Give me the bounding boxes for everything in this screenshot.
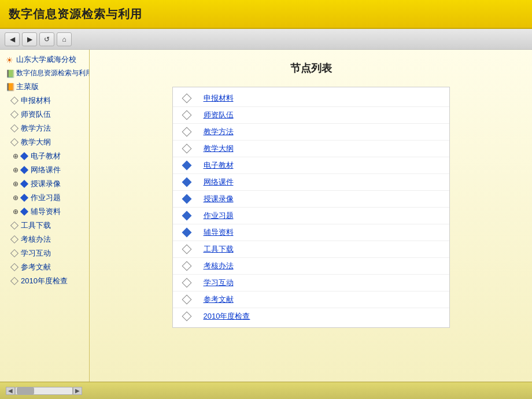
node-row-netcourse[interactable]: 网络课件 — [173, 174, 449, 191]
videolec-expand-icon: ⊕ — [12, 180, 20, 188]
node-row-syllabus[interactable]: 教学大纲 — [173, 141, 449, 157]
sidebar-item-guidance[interactable]: ⊕ 辅导资料 — [0, 205, 89, 219]
teachers-icon — [10, 110, 19, 119]
node-link-check2010[interactable]: 2010年度检查 — [204, 311, 250, 322]
node-link-homework[interactable]: 作业习题 — [204, 210, 234, 221]
statusbar-scroll-left[interactable]: ◀ — [6, 387, 15, 395]
sidebar-label-method: 教学方法 — [21, 123, 51, 134]
node-row-check2010[interactable]: 2010年度检查 — [173, 308, 449, 324]
sidebar-item-main[interactable]: 📙 主菜版 — [0, 80, 89, 94]
node-link-teachers[interactable]: 师资队伍 — [204, 110, 234, 120]
node-icon-homework — [182, 210, 192, 221]
apply-icon — [10, 97, 19, 105]
sidebar-item-digital[interactable]: 📗 数字信息资源检索与利用 — [0, 66, 89, 80]
node-link-references[interactable]: 参考文献 — [204, 294, 234, 305]
node-link-syllabus[interactable]: 教学大纲 — [204, 143, 234, 154]
sidebar-item-syllabus[interactable]: 教学大纲 — [0, 135, 89, 149]
etextbook-icon — [20, 152, 28, 160]
sidebar-item-tools[interactable]: 工具下载 — [0, 219, 89, 232]
sidebar-label-digital: 数字信息资源检索与利用 — [16, 68, 90, 78]
back-button[interactable]: ◀ — [5, 32, 20, 46]
sidebar-item-interact[interactable]: 学习互动 — [0, 246, 89, 260]
main-layout: ☀ 山东大学威海分校 📗 数字信息资源检索与利用 📙 主菜版 申报材料 师资队伍… — [0, 50, 532, 382]
sidebar-item-teachers[interactable]: 师资队伍 — [0, 108, 89, 121]
node-link-tools[interactable]: 工具下载 — [204, 244, 234, 254]
sidebar-label-assess: 考核办法 — [21, 234, 51, 245]
sidebar-label-syllabus: 教学大纲 — [21, 137, 51, 147]
node-row-homework[interactable]: 作业习题 — [173, 208, 449, 224]
netcourse-icon — [20, 166, 28, 174]
node-link-method[interactable]: 教学方法 — [204, 127, 234, 137]
node-icon-references — [182, 294, 192, 305]
node-row-etextbook[interactable]: 电子教材 — [173, 157, 449, 174]
node-link-netcourse[interactable]: 网络课件 — [204, 177, 234, 187]
sidebar-label-videolec: 授课录像 — [31, 179, 61, 189]
node-link-apply[interactable]: 申报材料 — [204, 93, 234, 104]
method-icon — [10, 124, 19, 132]
header-title: 数字信息资源检索与利用 — [9, 6, 142, 22]
sidebar-label-interact: 学习互动 — [21, 248, 51, 258]
content-area: 节点列表 申报材料 师资队伍 教学方法 教学大纲 电子教材 — [90, 50, 532, 382]
node-icon-apply — [182, 93, 192, 104]
sidebar-label-tools: 工具下载 — [21, 220, 51, 231]
homework-icon — [20, 194, 28, 202]
refresh-button[interactable]: ↺ — [39, 32, 54, 46]
page-title: 节点列表 — [107, 61, 515, 75]
node-row-teachers[interactable]: 师资队伍 — [173, 107, 449, 124]
sidebar-label-guidance: 辅导资料 — [31, 206, 61, 217]
sidebar-item-homework[interactable]: ⊕ 作业习题 — [0, 191, 89, 205]
node-icon-guidance — [182, 227, 192, 238]
sidebar-label-check2010: 2010年度检查 — [21, 276, 68, 286]
node-icon-interact — [182, 278, 192, 288]
sidebar-item-videolec[interactable]: ⊕ 授课录像 — [0, 177, 89, 191]
sidebar-item-check2010[interactable]: 2010年度检查 — [0, 274, 89, 288]
node-row-videolec[interactable]: 授课录像 — [173, 191, 449, 208]
home-button[interactable]: ⌂ — [57, 32, 72, 46]
check2010-icon — [10, 277, 19, 285]
sidebar-label-references: 参考文献 — [21, 262, 51, 272]
node-row-assess[interactable]: 考核办法 — [173, 258, 449, 275]
sidebar-label-netcourse: 网络课件 — [31, 165, 61, 175]
header: 数字信息资源检索与利用 — [0, 0, 532, 29]
node-icon-tools — [182, 244, 192, 254]
node-icon-check2010 — [182, 311, 192, 322]
node-icon-videolec — [182, 194, 192, 204]
node-row-tools[interactable]: 工具下载 — [173, 241, 449, 258]
node-link-interact[interactable]: 学习互动 — [204, 278, 234, 288]
etextbook-expand-icon: ⊕ — [12, 152, 20, 160]
sidebar-item-sdu[interactable]: ☀ 山东大学威海分校 — [0, 53, 89, 66]
node-row-guidance[interactable]: 辅导资料 — [173, 224, 449, 241]
statusbar-scroll-right[interactable]: ▶ — [73, 387, 82, 395]
node-row-apply[interactable]: 申报材料 — [173, 90, 449, 107]
node-link-assess[interactable]: 考核办法 — [204, 261, 234, 271]
sidebar-item-assess[interactable]: 考核办法 — [0, 232, 89, 246]
sidebar-label-etextbook: 电子教材 — [31, 151, 61, 161]
forward-button[interactable]: ▶ — [22, 32, 37, 46]
sidebar-collapse-button[interactable]: ◀ — [89, 204, 90, 227]
node-icon-netcourse — [182, 177, 192, 187]
node-link-etextbook[interactable]: 电子教材 — [204, 160, 234, 171]
node-row-method[interactable]: 教学方法 — [173, 124, 449, 141]
node-link-videolec[interactable]: 授课录像 — [204, 194, 234, 204]
sdu-icon: ☀ — [6, 56, 14, 64]
node-link-guidance[interactable]: 辅导资料 — [204, 227, 234, 238]
sidebar-item-netcourse[interactable]: ⊕ 网络课件 — [0, 163, 89, 177]
node-icon-etextbook — [182, 160, 192, 171]
node-row-interact[interactable]: 学习互动 — [173, 275, 449, 291]
sidebar-item-apply[interactable]: 申报材料 — [0, 94, 89, 108]
sidebar-item-method[interactable]: 教学方法 — [0, 121, 89, 135]
interact-icon — [10, 249, 19, 257]
sidebar-item-references[interactable]: 参考文献 — [0, 260, 89, 274]
node-table: 申报材料 师资队伍 教学方法 教学大纲 电子教材 网络课件 — [172, 87, 450, 328]
toolbar: ◀ ▶ ↺ ⌂ — [0, 29, 532, 50]
guidance-expand-icon: ⊕ — [12, 208, 20, 216]
references-icon — [10, 263, 19, 271]
sidebar-label-apply: 申报材料 — [21, 95, 51, 106]
sidebar-item-etextbook[interactable]: ⊕ 电子教材 — [0, 149, 89, 163]
statusbar: ◀ ▶ — [0, 382, 532, 399]
node-icon-teachers — [182, 110, 192, 120]
sidebar-label-main: 主菜版 — [16, 82, 39, 92]
statusbar-scrollbar[interactable] — [15, 387, 73, 395]
node-row-references[interactable]: 参考文献 — [173, 291, 449, 308]
videolec-icon — [20, 180, 28, 188]
